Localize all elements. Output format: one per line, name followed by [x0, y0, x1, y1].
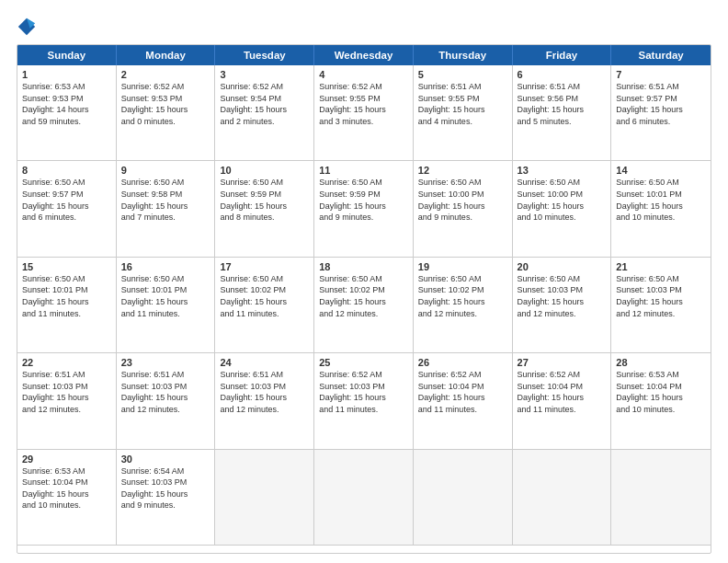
- calendar-cell-20: 20Sunrise: 6:50 AM Sunset: 10:03 PM Dayl…: [513, 258, 612, 353]
- weekday-header-monday: Monday: [117, 45, 216, 65]
- day-number: 26: [418, 357, 507, 368]
- day-info: Sunrise: 6:51 AM Sunset: 9:56 PM Dayligh…: [518, 81, 607, 127]
- calendar-cell-empty: [611, 450, 711, 546]
- day-number: 12: [418, 165, 507, 176]
- day-number: 23: [121, 357, 210, 368]
- calendar-cell-empty: [414, 450, 513, 546]
- day-number: 27: [518, 357, 607, 368]
- day-number: 8: [22, 165, 111, 176]
- day-number: 16: [121, 261, 210, 272]
- calendar-cell-19: 19Sunrise: 6:50 AM Sunset: 10:02 PM Dayl…: [414, 258, 513, 353]
- calendar-cell-14: 14Sunrise: 6:50 AM Sunset: 10:01 PM Dayl…: [611, 161, 711, 257]
- weekday-header-thursday: Thursday: [414, 45, 513, 65]
- day-info: Sunrise: 6:52 AM Sunset: 10:04 PM Daylig…: [418, 369, 507, 415]
- day-info: Sunrise: 6:50 AM Sunset: 10:02 PM Daylig…: [319, 273, 408, 319]
- day-number: 29: [22, 454, 111, 465]
- day-info: Sunrise: 6:51 AM Sunset: 9:55 PM Dayligh…: [418, 81, 507, 127]
- day-info: Sunrise: 6:53 AM Sunset: 10:04 PM Daylig…: [616, 369, 706, 415]
- day-number: 25: [319, 357, 408, 368]
- day-info: Sunrise: 6:50 AM Sunset: 10:03 PM Daylig…: [616, 273, 706, 319]
- day-info: Sunrise: 6:50 AM Sunset: 10:01 PM Daylig…: [616, 177, 706, 223]
- day-number: 15: [22, 261, 111, 272]
- day-info: Sunrise: 6:50 AM Sunset: 10:00 PM Daylig…: [518, 177, 607, 223]
- day-info: Sunrise: 6:51 AM Sunset: 10:03 PM Daylig…: [220, 369, 309, 415]
- day-number: 22: [22, 357, 111, 368]
- calendar-cell-22: 22Sunrise: 6:51 AM Sunset: 10:03 PM Dayl…: [17, 353, 117, 449]
- calendar-cell-18: 18Sunrise: 6:50 AM Sunset: 10:02 PM Dayl…: [314, 258, 414, 353]
- logo: [17, 17, 40, 37]
- day-info: Sunrise: 6:52 AM Sunset: 9:55 PM Dayligh…: [319, 81, 408, 127]
- day-info: Sunrise: 6:54 AM Sunset: 10:03 PM Daylig…: [121, 465, 210, 511]
- calendar-cell-8: 8Sunrise: 6:50 AM Sunset: 9:57 PM Daylig…: [17, 161, 117, 257]
- day-number: 17: [220, 261, 309, 272]
- calendar-cell-21: 21Sunrise: 6:50 AM Sunset: 10:03 PM Dayl…: [611, 258, 711, 353]
- day-info: Sunrise: 6:50 AM Sunset: 9:59 PM Dayligh…: [319, 177, 408, 223]
- calendar-cell-empty: [513, 450, 612, 546]
- day-info: Sunrise: 6:52 AM Sunset: 10:04 PM Daylig…: [518, 369, 607, 415]
- calendar-cell-4: 4Sunrise: 6:52 AM Sunset: 9:55 PM Daylig…: [314, 65, 414, 161]
- day-number: 13: [518, 165, 607, 176]
- day-info: Sunrise: 6:50 AM Sunset: 10:01 PM Daylig…: [121, 273, 210, 319]
- day-info: Sunrise: 6:53 AM Sunset: 10:04 PM Daylig…: [22, 465, 111, 511]
- calendar-cell-13: 13Sunrise: 6:50 AM Sunset: 10:00 PM Dayl…: [513, 161, 612, 257]
- calendar-cell-1: 1Sunrise: 6:53 AM Sunset: 9:53 PM Daylig…: [17, 65, 117, 161]
- day-number: 20: [518, 261, 607, 272]
- day-number: 21: [616, 261, 706, 272]
- day-number: 9: [121, 165, 210, 176]
- calendar-body: 1Sunrise: 6:53 AM Sunset: 9:53 PM Daylig…: [17, 65, 711, 546]
- day-info: Sunrise: 6:50 AM Sunset: 9:57 PM Dayligh…: [22, 177, 111, 223]
- day-info: Sunrise: 6:50 AM Sunset: 10:00 PM Daylig…: [418, 177, 507, 223]
- day-info: Sunrise: 6:51 AM Sunset: 10:03 PM Daylig…: [22, 369, 111, 415]
- day-info: Sunrise: 6:50 AM Sunset: 9:58 PM Dayligh…: [121, 177, 210, 223]
- day-info: Sunrise: 6:50 AM Sunset: 10:02 PM Daylig…: [418, 273, 507, 319]
- calendar-cell-16: 16Sunrise: 6:50 AM Sunset: 10:01 PM Dayl…: [117, 258, 216, 353]
- weekday-header-tuesday: Tuesday: [215, 45, 314, 65]
- calendar-cell-7: 7Sunrise: 6:51 AM Sunset: 9:57 PM Daylig…: [611, 65, 711, 161]
- day-number: 14: [616, 165, 706, 176]
- calendar-cell-17: 17Sunrise: 6:50 AM Sunset: 10:02 PM Dayl…: [215, 258, 314, 353]
- day-info: Sunrise: 6:51 AM Sunset: 9:57 PM Dayligh…: [616, 81, 706, 127]
- logo-icon: [17, 17, 37, 37]
- weekday-header-saturday: Saturday: [611, 45, 711, 65]
- header: [17, 17, 711, 37]
- calendar-cell-3: 3Sunrise: 6:52 AM Sunset: 9:54 PM Daylig…: [215, 65, 314, 161]
- calendar-cell-15: 15Sunrise: 6:50 AM Sunset: 10:01 PM Dayl…: [17, 258, 117, 353]
- calendar-cell-29: 29Sunrise: 6:53 AM Sunset: 10:04 PM Dayl…: [17, 450, 117, 546]
- day-number: 28: [616, 357, 706, 368]
- calendar-cell-empty: [314, 450, 414, 546]
- day-number: 2: [121, 69, 210, 80]
- day-number: 1: [22, 69, 111, 80]
- day-info: Sunrise: 6:50 AM Sunset: 10:03 PM Daylig…: [518, 273, 607, 319]
- day-info: Sunrise: 6:51 AM Sunset: 10:03 PM Daylig…: [121, 369, 210, 415]
- day-number: 4: [319, 69, 408, 80]
- day-info: Sunrise: 6:50 AM Sunset: 9:59 PM Dayligh…: [220, 177, 309, 223]
- calendar: SundayMondayTuesdayWednesdayThursdayFrid…: [17, 44, 711, 554]
- calendar-cell-empty: [215, 450, 314, 546]
- calendar-cell-12: 12Sunrise: 6:50 AM Sunset: 10:00 PM Dayl…: [414, 161, 513, 257]
- day-number: 6: [518, 69, 607, 80]
- day-info: Sunrise: 6:53 AM Sunset: 9:53 PM Dayligh…: [22, 81, 111, 127]
- day-number: 5: [418, 69, 507, 80]
- calendar-cell-28: 28Sunrise: 6:53 AM Sunset: 10:04 PM Dayl…: [611, 353, 711, 449]
- day-number: 30: [121, 454, 210, 465]
- page: SundayMondayTuesdayWednesdayThursdayFrid…: [0, 0, 728, 563]
- calendar-cell-9: 9Sunrise: 6:50 AM Sunset: 9:58 PM Daylig…: [117, 161, 216, 257]
- calendar-cell-25: 25Sunrise: 6:52 AM Sunset: 10:03 PM Dayl…: [314, 353, 414, 449]
- day-number: 18: [319, 261, 408, 272]
- day-info: Sunrise: 6:52 AM Sunset: 10:03 PM Daylig…: [319, 369, 408, 415]
- weekday-header-friday: Friday: [513, 45, 612, 65]
- day-number: 11: [319, 165, 408, 176]
- calendar-cell-2: 2Sunrise: 6:52 AM Sunset: 9:53 PM Daylig…: [117, 65, 216, 161]
- calendar-cell-27: 27Sunrise: 6:52 AM Sunset: 10:04 PM Dayl…: [513, 353, 612, 449]
- calendar-cell-11: 11Sunrise: 6:50 AM Sunset: 9:59 PM Dayli…: [314, 161, 414, 257]
- calendar-cell-24: 24Sunrise: 6:51 AM Sunset: 10:03 PM Dayl…: [215, 353, 314, 449]
- calendar-cell-10: 10Sunrise: 6:50 AM Sunset: 9:59 PM Dayli…: [215, 161, 314, 257]
- day-number: 24: [220, 357, 309, 368]
- weekday-header-sunday: Sunday: [17, 45, 117, 65]
- day-number: 3: [220, 69, 309, 80]
- day-info: Sunrise: 6:50 AM Sunset: 10:01 PM Daylig…: [22, 273, 111, 319]
- svg-marker-0: [18, 18, 35, 35]
- weekday-header-wednesday: Wednesday: [314, 45, 414, 65]
- calendar-cell-26: 26Sunrise: 6:52 AM Sunset: 10:04 PM Dayl…: [414, 353, 513, 449]
- day-info: Sunrise: 6:52 AM Sunset: 9:54 PM Dayligh…: [220, 81, 309, 127]
